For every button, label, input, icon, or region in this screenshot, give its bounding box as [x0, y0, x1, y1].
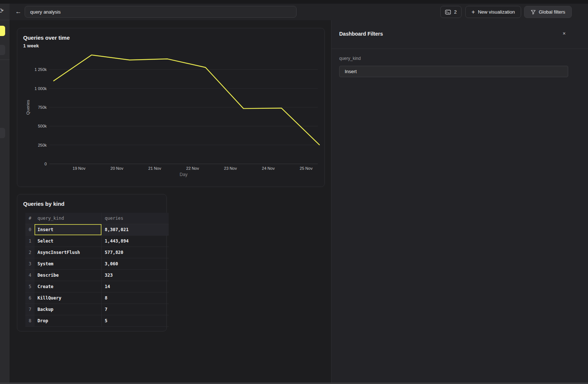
query-kind-cell[interactable]: Create	[35, 281, 102, 293]
y-tick-label: 250k	[38, 143, 47, 147]
new-visualization-button[interactable]: + New visualization	[465, 6, 521, 18]
close-icon[interactable]: ×	[561, 30, 567, 37]
app-window: ⟳ ← 2 + New visualization Global f	[0, 0, 588, 384]
back-arrow-icon: ←	[15, 8, 22, 15]
y-tick-label: 0	[44, 162, 47, 166]
x-axis-title: Day	[180, 172, 187, 177]
table-row: 1Select1,443,894	[25, 236, 169, 247]
row-index-cell: 6	[25, 293, 35, 304]
queries-by-kind-table: #query_kindqueries0Insert8,307,0211Selec…	[25, 213, 169, 327]
global-filters-label: Global filters	[539, 9, 565, 15]
dashboard-title-input[interactable]	[25, 6, 297, 18]
global-filters-button[interactable]: Global filters	[524, 6, 572, 18]
query-kind-filter-input[interactable]	[339, 66, 568, 77]
y-tick-label: 1 000k	[35, 86, 47, 91]
dashboard-filters-panel: Dashboard Filters × query_kind	[331, 20, 588, 384]
y-tick-label: 1 250k	[35, 67, 47, 72]
row-index-cell: 4	[25, 270, 35, 281]
sidebar-item[interactable]	[0, 45, 5, 55]
table-row: 8Drop5	[25, 315, 169, 327]
query-kind-cell[interactable]: Insert	[35, 224, 102, 236]
new-visualization-label: New visualization	[478, 9, 514, 15]
queries-over-time-card: Queries over time 1 week 0250k500k750k1 …	[17, 28, 325, 187]
queries-value-cell[interactable]: 7	[102, 304, 169, 315]
row-index-cell: 3	[25, 258, 35, 270]
row-index-cell: 8	[25, 315, 35, 327]
query-kind-cell[interactable]: AsyncInsertFlush	[35, 247, 102, 258]
plus-icon: +	[472, 9, 475, 15]
row-index-cell: 2	[25, 247, 35, 258]
left-sidebar: ⟳	[0, 4, 10, 384]
query-kind-cell[interactable]: KillQuery	[35, 293, 102, 304]
sidebar-item-active[interactable]	[0, 26, 5, 36]
column-header-queries: queries	[102, 213, 169, 224]
panel-divider	[331, 49, 588, 49]
table-row: 0Insert8,307,021	[25, 224, 169, 236]
column-header-query_kind: query_kind	[35, 213, 102, 224]
table-header-row: #query_kindqueries	[25, 213, 169, 224]
queries-value-cell[interactable]: 8,307,021	[102, 224, 169, 236]
back-button[interactable]: ←	[14, 8, 22, 16]
table-title: Queries by kind	[23, 201, 65, 207]
sidebar-divider	[0, 20, 10, 20]
funnel-icon	[531, 10, 536, 15]
window-top-strip	[0, 0, 588, 4]
query-kind-cell[interactable]: Describe	[35, 270, 102, 281]
row-index-cell: 7	[25, 304, 35, 315]
queries-by-kind-card: Queries by kind #query_kindqueries0Inser…	[17, 194, 167, 331]
column-header-index: #	[25, 213, 35, 224]
bottom-edge-strip	[0, 383, 588, 384]
table-row: 3System3,060	[25, 258, 169, 270]
table-row: 4Describe323	[25, 270, 169, 281]
top-bar: ← 2 + New visualization Global filters	[10, 4, 588, 20]
row-index-cell: 1	[25, 236, 35, 247]
x-tick-label: 25 Nov	[300, 166, 313, 171]
queries-value-cell[interactable]: 8	[102, 293, 169, 304]
y-axis-title: Queries	[26, 100, 30, 115]
table-row: 7Backup7	[25, 304, 169, 315]
y-tick-label: 500k	[38, 124, 47, 128]
console-count-button[interactable]: 2	[440, 6, 462, 18]
query-kind-cell[interactable]: Select	[35, 236, 102, 247]
row-index-cell: 0	[25, 224, 35, 236]
console-count: 2	[454, 9, 456, 15]
x-tick-label: 22 Nov	[186, 166, 199, 171]
queries-over-time-chart: 0250k500k750k1 000k1 250k19 Nov20 Nov21 …	[17, 28, 325, 187]
query-kind-cell[interactable]: Drop	[35, 315, 102, 327]
history-icon[interactable]: ⟳	[0, 7, 4, 15]
filter-field-label: query_kind	[339, 56, 361, 61]
panel-title: Dashboard Filters	[339, 31, 383, 37]
table-row: 5Create14	[25, 281, 169, 293]
console-icon	[445, 10, 451, 15]
queries-value-cell[interactable]: 3,060	[102, 258, 169, 270]
queries-value-cell[interactable]: 577,820	[102, 247, 169, 258]
queries-value-cell[interactable]: 5	[102, 315, 169, 327]
x-tick-label: 24 Nov	[262, 166, 275, 171]
x-tick-label: 20 Nov	[111, 166, 123, 171]
x-tick-label: 23 Nov	[224, 166, 237, 171]
chart-line	[54, 55, 319, 145]
x-tick-label: 19 Nov	[73, 166, 86, 171]
queries-value-cell[interactable]: 14	[102, 281, 169, 293]
row-index-cell: 5	[25, 281, 35, 293]
queries-value-cell[interactable]: 323	[102, 270, 169, 281]
query-kind-cell[interactable]: System	[35, 258, 102, 270]
query-kind-cell[interactable]: Backup	[35, 304, 102, 315]
table-row: 6KillQuery8	[25, 293, 169, 304]
sidebar-divider	[0, 60, 10, 60]
y-tick-label: 750k	[38, 105, 47, 110]
queries-value-cell[interactable]: 1,443,894	[102, 236, 169, 247]
x-tick-label: 21 Nov	[148, 166, 161, 171]
sidebar-item[interactable]	[0, 128, 5, 138]
table-row: 2AsyncInsertFlush577,820	[25, 247, 169, 258]
